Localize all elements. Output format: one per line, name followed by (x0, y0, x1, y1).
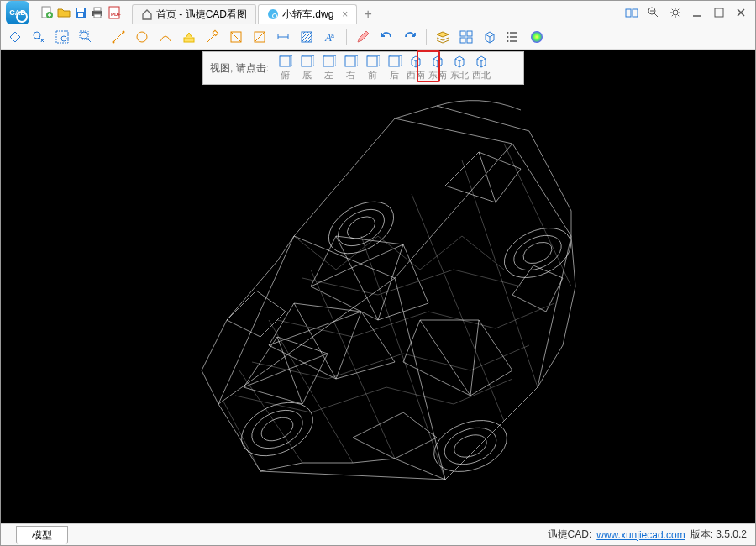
svg-point-43 (427, 411, 514, 480)
view-item-0[interactable]: 俯 (274, 55, 296, 81)
tab-home[interactable]: 首页 - 迅捷CAD看图 (132, 4, 256, 24)
toolbar-separator (426, 29, 427, 45)
close-window-icon[interactable] (733, 5, 748, 20)
svg-point-44 (439, 421, 501, 470)
new-file-icon[interactable] (39, 5, 55, 20)
view-item-9[interactable]: 西北 (470, 55, 492, 81)
wireframe-model (143, 68, 613, 505)
svg-rect-7 (94, 14, 101, 18)
circle-tool-icon[interactable] (133, 28, 151, 46)
website-link[interactable]: www.xunjiecad.com (596, 529, 685, 541)
toolbar-separator (102, 29, 102, 45)
zoom-direction-icon[interactable] (29, 28, 48, 46)
shape2-tool-icon[interactable] (250, 28, 269, 46)
list-icon[interactable] (504, 28, 522, 46)
view-items-row: 俯底左右前后西南东南东北西北 (274, 55, 492, 81)
svg-point-36 (507, 32, 509, 34)
svg-point-41 (246, 402, 309, 455)
svg-rect-53 (302, 56, 312, 66)
highlight-tool-icon[interactable] (180, 28, 198, 46)
redo-icon[interactable] (401, 28, 419, 46)
tab-add[interactable]: + (359, 4, 376, 24)
shape1-tool-icon[interactable] (227, 28, 245, 46)
views-icon[interactable] (457, 28, 475, 46)
view-item-4[interactable]: 前 (361, 55, 383, 81)
pdf-icon[interactable]: PDF (107, 5, 122, 20)
settings-icon[interactable] (668, 5, 683, 20)
svg-rect-52 (280, 56, 290, 66)
cube-3d-icon[interactable] (480, 28, 499, 46)
app-logo: CAD (1, 1, 34, 24)
svg-point-17 (34, 32, 40, 39)
palette-icon[interactable] (528, 28, 546, 46)
quick-access-toolbar: PDF (34, 5, 127, 20)
dimension-tool-icon[interactable] (274, 28, 292, 46)
view-item-8[interactable]: 东北 (449, 55, 470, 81)
arc-tool-icon[interactable] (156, 28, 175, 46)
zoom-window-icon[interactable] (53, 28, 71, 46)
svg-point-20 (81, 32, 87, 39)
tab-home-label: 首页 - 迅捷CAD看图 (156, 8, 247, 22)
svg-rect-54 (323, 56, 333, 66)
svg-rect-55 (345, 56, 355, 66)
view-item-6[interactable]: 西南 (405, 55, 427, 81)
svg-point-46 (320, 191, 403, 264)
zoom-full-icon[interactable] (76, 28, 95, 46)
open-file-icon[interactable] (56, 5, 71, 20)
svg-rect-56 (367, 56, 377, 66)
view-item-7[interactable]: 东南 (427, 55, 449, 81)
model-tab[interactable]: 模型 (16, 526, 68, 544)
save-icon[interactable] (73, 5, 88, 20)
undo-icon[interactable] (377, 28, 396, 46)
view-popup-label: 视图, 请点击: (210, 61, 269, 76)
tab-close-icon[interactable]: × (342, 8, 348, 20)
pencil-tool-icon[interactable] (354, 28, 372, 46)
svg-rect-34 (460, 38, 465, 43)
svg-rect-25 (184, 38, 194, 42)
tab-strip: 首页 - 迅捷CAD看图 小轿车.dwg × + (132, 1, 617, 24)
app-logo-badge: CAD (6, 1, 29, 24)
titlebar: CAD PDF 首页 - 迅捷CAD看图 小轿车.dwg × + (1, 1, 755, 24)
svg-rect-57 (389, 56, 399, 66)
svg-rect-13 (633, 9, 638, 17)
version-label: 版本: 3.5.0.2 (690, 528, 747, 542)
statusbar: 模型 迅捷CAD: www.xunjiecad.com 版本: 3.5.0.2 (1, 523, 755, 545)
layers-icon[interactable] (433, 28, 452, 46)
main-toolbar: Aa (1, 24, 755, 50)
toolbar-separator (346, 29, 347, 45)
view-item-5[interactable]: 后 (383, 55, 405, 81)
maximize-icon[interactable] (711, 5, 727, 20)
svg-point-19 (61, 36, 66, 41)
view-selector-popup: 视图, 请点击: 俯底左右前后西南东南东北西北 (202, 51, 524, 85)
svg-rect-12 (626, 9, 631, 17)
pan-tool-icon[interactable] (6, 28, 24, 46)
svg-rect-16 (715, 8, 723, 17)
svg-point-15 (673, 10, 678, 15)
svg-point-24 (137, 32, 147, 42)
drawing-canvas[interactable] (1, 50, 755, 523)
view-item-1[interactable]: 底 (296, 55, 318, 81)
dual-window-icon[interactable] (624, 5, 639, 20)
print-icon[interactable] (90, 5, 105, 20)
erase-tool-icon[interactable] (203, 28, 222, 46)
tab-file[interactable]: 小轿车.dwg × (258, 4, 357, 24)
svg-rect-26 (213, 30, 218, 35)
window-right-controls (617, 5, 755, 20)
svg-text:PDF: PDF (111, 12, 121, 17)
svg-point-39 (531, 31, 543, 43)
zoom-out-icon[interactable] (646, 5, 661, 20)
minimize-icon[interactable] (690, 5, 705, 20)
view-item-2[interactable]: 左 (318, 55, 339, 81)
view-item-3[interactable]: 右 (339, 55, 361, 81)
svg-point-48 (344, 212, 379, 243)
tab-file-label: 小轿车.dwg (282, 8, 333, 22)
svg-point-22 (113, 40, 115, 43)
svg-rect-3 (77, 8, 84, 12)
home-icon (141, 8, 153, 20)
hatch-tool-icon[interactable] (297, 28, 316, 46)
canvas-area: 视图, 请点击: 俯底左右前后西南东南东北西北 (1, 50, 755, 523)
svg-point-37 (507, 36, 509, 38)
svg-point-40 (233, 392, 321, 467)
text-tool-icon[interactable]: Aa (321, 28, 339, 46)
line-tool-icon[interactable] (109, 28, 128, 46)
